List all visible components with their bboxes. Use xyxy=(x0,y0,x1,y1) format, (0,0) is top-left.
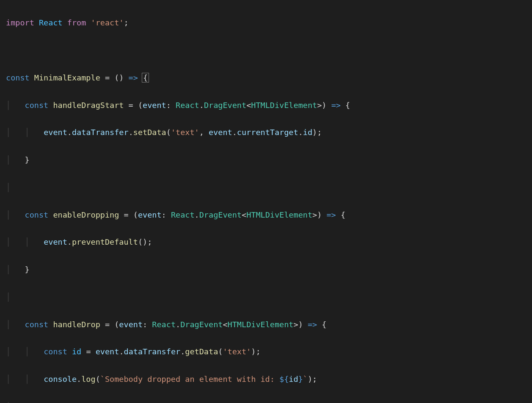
code-line: │ xyxy=(6,290,526,304)
code-line: │ │ event.dataTransfer.setData('text', e… xyxy=(6,126,526,139)
code-line: │ const enableDropping = (event: React.D… xyxy=(6,208,526,222)
code-line xyxy=(6,44,526,57)
code-line: │ } xyxy=(6,263,526,276)
code-line: │ │ const id = event.dataTransfer.getDat… xyxy=(6,345,526,359)
code-line: │ const handleDragStart = (event: React.… xyxy=(6,99,526,112)
code-line: import React from 'react'; xyxy=(6,16,526,30)
code-line: │ │ console.log(`Somebody dropped an ele… xyxy=(6,373,526,386)
code-editor[interactable]: import React from 'react'; const Minimal… xyxy=(0,0,532,403)
code-line: │ const handleDrop = (event: React.DragE… xyxy=(6,318,526,331)
matching-brace-icon: { xyxy=(142,73,149,83)
code-line: │ } xyxy=(6,153,526,167)
code-line: │ │ event.preventDefault(); xyxy=(6,235,526,249)
code-line: │ xyxy=(6,181,526,194)
code-line: │ } xyxy=(6,400,526,403)
code-line: const MinimalExample = () => { xyxy=(6,71,526,85)
